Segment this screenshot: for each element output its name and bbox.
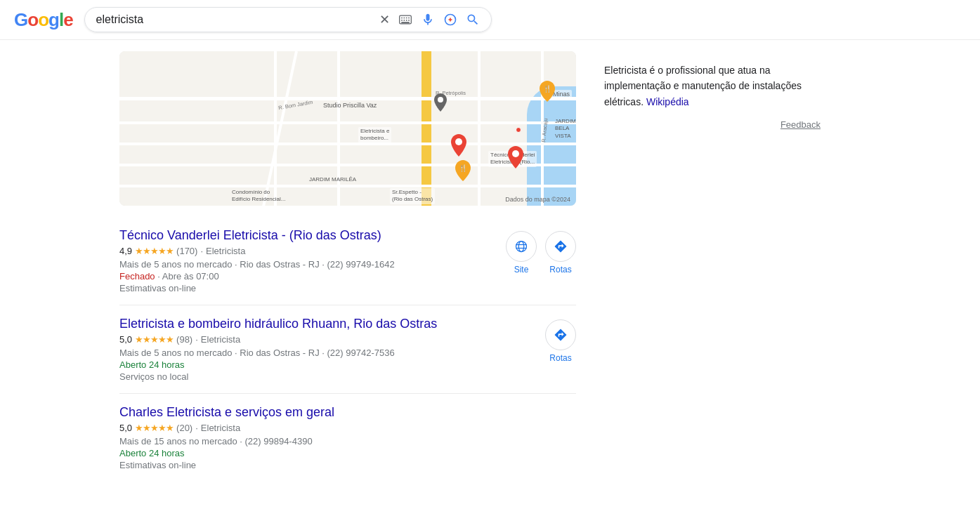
svg-point-19 bbox=[516, 242, 527, 252]
svg-point-20 bbox=[518, 242, 524, 252]
listing-charles: Charles Eletricista e serviços em geral … bbox=[119, 394, 576, 482]
details-rhuann: Mais de 5 anos no mercado · Rio das Ostr… bbox=[119, 348, 545, 358]
status-vanderlei: Fechado · Abre às 07:00 bbox=[119, 271, 506, 282]
directions-btn-rhuann[interactable]: Rotas bbox=[545, 319, 576, 363]
review-count-vanderlei: (170) bbox=[176, 246, 197, 256]
road-h5 bbox=[119, 185, 576, 187]
listing-rhuann-info: Eletricista e bombeiro hidráulico Rhuann… bbox=[119, 317, 545, 382]
listing-rhuann-header: Eletricista e bombeiro hidráulico Rhuann… bbox=[119, 317, 576, 382]
road-v2 bbox=[337, 51, 340, 206]
svg-point-12 bbox=[512, 150, 519, 157]
status-closed-vanderlei: Fechado bbox=[119, 271, 155, 282]
status-open-charles: Aberto 24 horas bbox=[119, 448, 185, 458]
sidebar-column: Eletricista é o profissional que atua na… bbox=[593, 51, 832, 482]
search-icons: ✕ bbox=[379, 12, 480, 27]
svg-rect-2 bbox=[403, 18, 405, 19]
directions-btn-circle-rhuann[interactable] bbox=[545, 319, 576, 350]
map-label-studio: Studio Priscilla Vaz bbox=[323, 102, 377, 109]
map-pin-studio[interactable] bbox=[434, 93, 447, 114]
map-highway bbox=[422, 51, 431, 206]
listing-charles-header: Charles Eletricista e serviços em geral … bbox=[119, 405, 576, 470]
lens-icon[interactable] bbox=[443, 13, 457, 27]
listing-vanderlei-actions: Site Rotas bbox=[506, 228, 576, 274]
category-vanderlei: Eletricista bbox=[206, 246, 245, 256]
status-open-rhuann: Aberto 24 horas bbox=[119, 359, 185, 370]
rating-row-vanderlei: 4,9 ★★★★★ (170) · Eletricista bbox=[119, 246, 506, 256]
svg-rect-7 bbox=[405, 20, 407, 21]
details-vanderlei: Mais de 5 anos no mercado · Rio das Ostr… bbox=[119, 259, 506, 270]
map-pin-eletricista-bomb[interactable] bbox=[451, 134, 466, 159]
svg-point-15 bbox=[438, 97, 443, 102]
road-h2 bbox=[119, 121, 576, 124]
business-name-vanderlei[interactable]: Técnico Vanderlei Eletricista - (Rio das… bbox=[119, 228, 506, 243]
svg-rect-1 bbox=[401, 18, 403, 19]
business-name-rhuann[interactable]: Eletricista e bombeiro hidráulico Rhuann… bbox=[119, 317, 545, 331]
map-label-eletricista-bomb: Eletricista ebombeiro... bbox=[358, 127, 391, 143]
review-count-rhuann: (98) bbox=[176, 334, 192, 345]
map-container[interactable]: Studio Priscilla Vaz De Minas JARDIMBELA… bbox=[119, 51, 576, 206]
details-charles: Mais de 15 anos no mercado · (22) 99894-… bbox=[119, 436, 576, 446]
road-h1 bbox=[119, 97, 576, 100]
site-label-vanderlei: Site bbox=[514, 265, 529, 274]
svg-rect-9 bbox=[401, 22, 410, 23]
directions-btn-circle-vanderlei[interactable] bbox=[545, 231, 576, 262]
extra-vanderlei: Estimativas on-line bbox=[119, 283, 506, 293]
feedback-link[interactable]: Feedback bbox=[604, 118, 821, 133]
map-pin-vanderlei[interactable] bbox=[508, 146, 523, 171]
results-column: Studio Priscilla Vaz De Minas JARDIMBELA… bbox=[119, 51, 576, 482]
svg-rect-4 bbox=[408, 18, 410, 19]
site-btn-vanderlei[interactable]: Site bbox=[506, 231, 537, 274]
search-input[interactable] bbox=[96, 13, 374, 26]
map-copyright: Dados do mapa ©2024 bbox=[505, 196, 570, 203]
category-charles: Eletricista bbox=[201, 423, 240, 433]
road-v1 bbox=[274, 51, 277, 206]
map-water bbox=[527, 86, 576, 206]
hours-vanderlei: · Abre às 07:00 bbox=[157, 271, 218, 282]
site-btn-circle-vanderlei[interactable] bbox=[506, 231, 537, 262]
sidebar-description: Eletricista é o profissional que atua na… bbox=[604, 62, 821, 110]
rating-row-rhuann: 5,0 ★★★★★ (98) · Eletricista bbox=[119, 334, 545, 345]
map-label-cond: Condomínio doEdifício Residencial... bbox=[232, 189, 285, 204]
rating-value-vanderlei: 4,9 bbox=[119, 246, 132, 256]
voice-search-icon[interactable] bbox=[421, 13, 435, 27]
directions-btn-vanderlei[interactable]: Rotas bbox=[545, 231, 576, 274]
google-logo: Google bbox=[14, 9, 73, 31]
extra-charles: Estimativas on-line bbox=[119, 460, 576, 470]
listing-vanderlei-header: Técnico Vanderlei Eletricista - (Rio das… bbox=[119, 228, 576, 293]
road-v3 bbox=[478, 51, 481, 206]
listing-vanderlei: Técnico Vanderlei Eletricista - (Rio das… bbox=[119, 217, 576, 305]
sidebar-info: Eletricista é o profissional que atua na… bbox=[593, 51, 832, 144]
map-pin-deminas[interactable]: 🍴 bbox=[540, 81, 555, 104]
listing-rhuann-actions: Rotas bbox=[545, 317, 576, 363]
svg-rect-3 bbox=[405, 18, 407, 19]
category-rhuann: Eletricista bbox=[201, 334, 240, 345]
directions-label-rhuann: Rotas bbox=[549, 353, 571, 363]
rating-value-rhuann: 5,0 bbox=[119, 334, 132, 345]
map-pin-spespetto[interactable]: 🍴 bbox=[455, 160, 471, 183]
map-label-spespetto: Sr.Espetto -(Rio das Ostras) bbox=[390, 188, 435, 204]
rating-value-charles: 5,0 bbox=[119, 423, 132, 433]
clear-icon[interactable]: ✕ bbox=[379, 12, 390, 27]
svg-rect-5 bbox=[401, 20, 403, 21]
header: Google ✕ bbox=[0, 0, 980, 40]
svg-text:🍴: 🍴 bbox=[543, 84, 552, 93]
svg-text:🍴: 🍴 bbox=[459, 164, 468, 173]
directions-label-vanderlei: Rotas bbox=[549, 265, 571, 274]
map-label-jardim-marilea: JARDIM MARILÊA bbox=[309, 176, 356, 183]
status-rhuann: Aberto 24 horas bbox=[119, 359, 545, 370]
extra-rhuann: Serviços no local bbox=[119, 371, 545, 382]
search-bar: ✕ bbox=[84, 7, 492, 32]
map-road-label-bomjardim: R. Bom Jardim bbox=[278, 99, 313, 111]
keyboard-icon[interactable] bbox=[398, 13, 412, 27]
stars-charles: ★★★★★ bbox=[135, 423, 174, 433]
review-count-charles: (20) bbox=[176, 423, 192, 433]
wikipedia-link[interactable]: Wikipédia bbox=[646, 96, 689, 107]
map-label-jardim: JARDIMBELA VISTA bbox=[555, 118, 576, 140]
stars-rhuann: ★★★★★ bbox=[135, 334, 174, 345]
svg-point-11 bbox=[455, 138, 462, 145]
main-container: Studio Priscilla Vaz De Minas JARDIMBELA… bbox=[0, 40, 980, 493]
map-dot-vanderlei bbox=[516, 127, 521, 133]
listing-rhuann: Eletricista e bombeiro hidráulico Rhuann… bbox=[119, 305, 576, 394]
business-name-charles[interactable]: Charles Eletricista e serviços em geral bbox=[119, 405, 576, 420]
search-submit-icon[interactable] bbox=[466, 13, 480, 27]
